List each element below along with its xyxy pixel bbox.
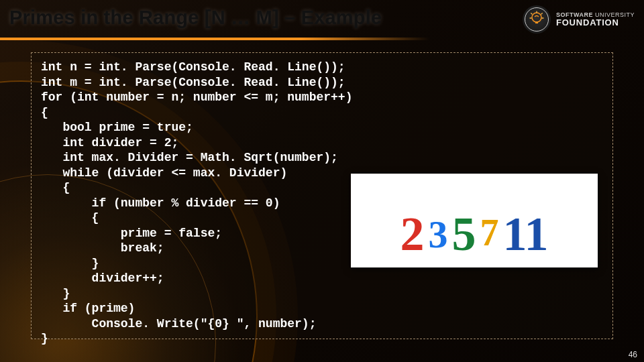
brand-text: SOFTWARE UNIVERSITY FOUNDATION <box>556 12 635 27</box>
brand-logo: SOFTWARE UNIVERSITY FOUNDATION <box>523 5 635 34</box>
page-number: 46 <box>629 350 637 359</box>
code-box: int n = int. Parse(Console. Read. Line()… <box>31 52 613 339</box>
title-underline <box>0 38 429 40</box>
brand-line2: FOUNDATION <box>556 18 635 27</box>
svg-point-0 <box>532 13 541 22</box>
slide: Primes in the Range [N … M] – Example SO… <box>0 0 644 362</box>
slide-title: Primes in the Range [N … M] – Example <box>9 7 382 29</box>
lightbulb-icon <box>523 5 551 34</box>
code-listing: int n = int. Parse(Console. Read. Line()… <box>41 60 603 347</box>
